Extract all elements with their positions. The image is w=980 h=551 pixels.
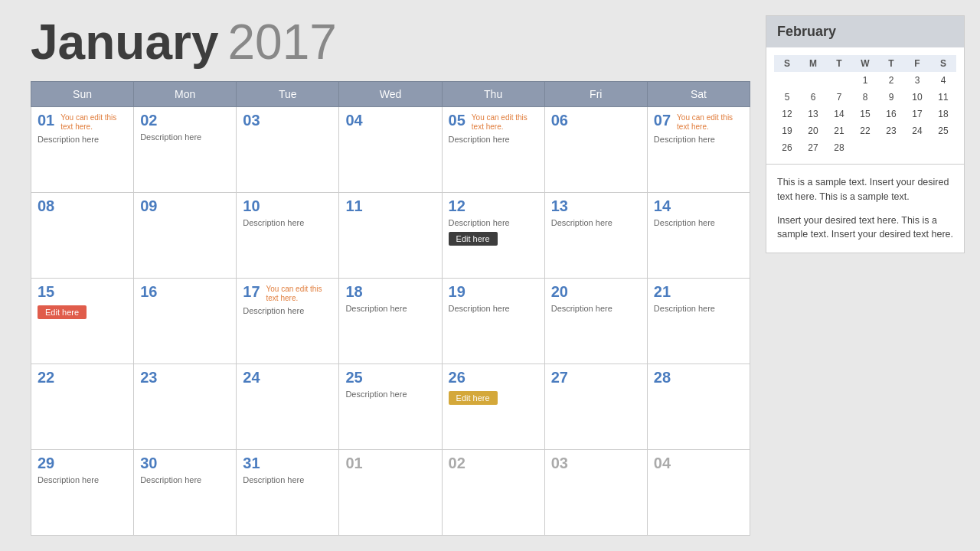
calendar-cell: 06 [544,107,647,193]
calendar-cell: 09 [134,193,237,279]
calendar-cell: 21Description here [647,279,750,364]
mini-week-row: 567891011 [774,89,956,106]
event-badge[interactable]: Edit here [449,391,498,405]
cell-description: Description here [243,306,332,315]
calendar-cell: 04 [339,107,442,193]
mini-day-cell: 15 [852,106,878,122]
calendar-cell: 29Description here [31,450,134,536]
calendar-cell: 12Description hereEdit here [442,193,544,279]
cell-description: Description here [140,132,230,142]
weekday-header: Wed [339,82,442,107]
mini-day-cell: 9 [878,89,904,106]
weekday-header: Fri [544,82,647,107]
mini-weekday-header: T [826,55,852,72]
calendar-cell: 01 [339,450,442,536]
day-number: 24 [243,369,260,386]
calendar-cell: 31Description here [237,450,339,536]
cell-description: Description here [243,475,332,484]
mini-calendar-body: 1234567891011121314151617181920212223242… [774,72,956,156]
mini-calendar: SMTWTFS 12345678910111213141516171819202… [766,47,964,164]
sidebar-text-2: Insert your desired text here. This is a… [777,214,953,243]
calendar-cell: 03 [544,450,647,536]
day-number: 05 [449,112,466,129]
mini-weekday-header: S [774,55,800,72]
mini-day-cell: 27 [800,139,826,156]
event-badge[interactable]: Edit here [38,305,87,319]
calendar-cell: 05You can edit this text here.Descriptio… [442,107,544,193]
event-badge[interactable]: Edit here [449,232,498,246]
mini-weekday-header: W [852,55,878,72]
calendar-cell: 14Description here [647,193,750,279]
day-number: 16 [140,283,157,301]
mini-day-cell [930,139,956,156]
mini-day-cell: 13 [800,106,826,122]
cell-description: Description here [38,475,127,484]
cell-description: Description here [449,135,538,144]
weekday-header: Sun [31,82,134,107]
mini-week-row: 12131415161718 [774,106,956,122]
day-number: 31 [243,455,260,472]
mini-day-cell: 21 [826,122,852,139]
mini-weekday-header: T [878,55,904,72]
calendar-cell: 20Description here [544,279,647,364]
mini-day-cell: 18 [930,106,956,122]
day-number: 25 [345,369,362,386]
mini-day-cell: 16 [878,106,904,122]
mini-day-cell: 22 [852,122,878,139]
day-number: 27 [551,369,568,386]
calendar-week-row: 01You can edit this text here.Descriptio… [31,107,750,193]
cell-description: Description here [654,135,743,144]
day-number: 12 [449,197,466,215]
mini-day-cell: 3 [904,72,930,89]
day-number: 02 [140,112,157,129]
cell-description: Description here [654,218,743,227]
cell-description: Description here [345,390,435,399]
calendar-cell: 02Description here [134,107,237,193]
mini-calendar-header: February [766,16,964,47]
calendar-cell: 30Description here [134,450,237,536]
mini-day-cell: 24 [904,122,930,139]
mini-calendar-table: SMTWTFS 12345678910111213141516171819202… [774,55,956,156]
mini-weekday-header: S [930,55,956,72]
cell-description: Description here [654,304,743,313]
cell-description: Description here [140,475,230,484]
mini-day-cell: 6 [800,89,826,106]
calendar-cell: 19Description here [442,279,544,364]
cell-description: Description here [449,304,538,313]
cell-description: Description here [38,135,127,144]
day-number: 03 [551,455,568,472]
sidebar: February SMTWTFS 12345678910111213141516… [766,15,965,536]
day-number: 02 [449,455,466,472]
day-number: 29 [38,455,54,472]
sidebar-text-block: This is a sample text. Insert your desir… [766,165,965,253]
day-number: 21 [654,283,671,301]
cell-description: Description here [551,304,641,313]
mini-day-cell [904,139,930,156]
calendar-body: 01You can edit this text here.Descriptio… [31,107,750,536]
main-calendar: January2017 SunMonTueWedThuFriSat 01You … [31,15,750,536]
cell-description: Description here [449,218,538,227]
title-month: January [31,15,218,70]
mini-day-cell: 19 [774,122,800,139]
day-number: 09 [140,197,157,215]
mini-week-row: 19202122232425 [774,122,956,139]
mini-weekday-header: M [800,55,826,72]
weekday-header-row: SunMonTueWedThuFriSat [31,82,750,107]
calendar-cell: 23 [134,364,237,450]
calendar-cell: 28 [647,364,750,450]
calendar-cell: 18Description here [339,279,442,364]
day-number: 17 [243,283,260,301]
calendar-week-row: 15Edit here1617You can edit this text he… [31,279,750,364]
mini-day-cell: 17 [904,106,930,122]
weekday-header: Thu [442,82,544,107]
mini-day-cell: 23 [878,122,904,139]
day-number: 04 [654,455,671,472]
calendar-week-row: 080910Description here1112Description he… [31,193,750,279]
mini-week-row: 262728 [774,139,956,156]
day-number: 28 [654,369,671,386]
mini-day-cell: 10 [904,89,930,106]
day-number: 15 [38,283,54,301]
mini-day-cell: 12 [774,106,800,122]
calendar-cell: 08 [31,193,134,279]
calendar-cell: 17You can edit this text here.Descriptio… [237,279,339,364]
